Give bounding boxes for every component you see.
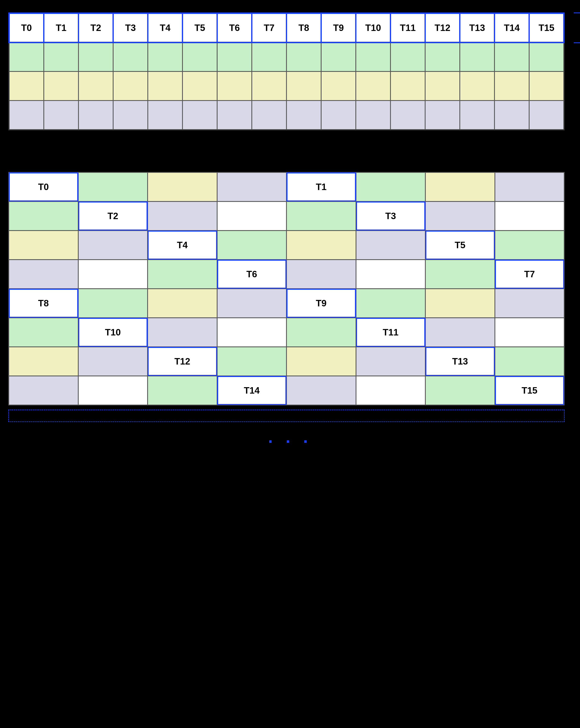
bottom-cell-r2-c3 — [217, 231, 287, 260]
top-cell-r0-c15: T15 — [529, 13, 564, 42]
top-cell-r1-c3 — [113, 42, 148, 72]
top-cell-r2-c11 — [390, 72, 425, 101]
top-cell-r3-c0 — [9, 101, 44, 130]
tile-t14: T14 — [217, 376, 287, 405]
tile-t1: T1 — [286, 173, 356, 202]
bottom-cell-r3-c2 — [147, 260, 217, 289]
top-cell-r1-c7 — [252, 42, 286, 72]
bottom-cell-r4-c2 — [147, 289, 217, 318]
bottom-cell-r4-c3 — [217, 289, 287, 318]
top-cell-r3-c7 — [252, 101, 286, 130]
top-cell-r2-c4 — [148, 72, 183, 101]
tile-t0: T0 — [9, 173, 78, 202]
top-cell-r2-c0 — [9, 72, 44, 101]
top-cell-r3-c14 — [495, 101, 529, 130]
top-diagram: T0T1T2T3T4T5T6T7T8T9T10T11T12T13T14T15 — [8, 12, 572, 130]
top-cell-r2-c8 — [286, 72, 321, 101]
top-cell-r1-c6 — [217, 42, 252, 72]
bottom-cell-r0-c3 — [217, 173, 287, 202]
top-cell-r0-c7: T7 — [252, 13, 286, 42]
tile-t5: T5 — [425, 231, 495, 260]
top-cell-r3-c2 — [79, 101, 113, 130]
bottom-cell-r7-c2 — [147, 376, 217, 405]
bottom-cell-r1-c7 — [495, 202, 564, 231]
bottom-cell-r5-c4 — [286, 318, 356, 347]
bottom-grid: T0T1T2T3T4T5T6T7T8T9T10T11T12T13T14T15 — [8, 172, 564, 406]
bottom-cell-r6-c4 — [286, 347, 356, 376]
tile-t8: T8 — [9, 289, 78, 318]
bottom-cell-r2-c7 — [495, 231, 564, 260]
bottom-cell-r6-c1 — [78, 347, 148, 376]
bottom-cell-r2-c5 — [356, 231, 425, 260]
bottom-cell-r5-c7 — [495, 318, 564, 347]
continuation-dots: · · · — [268, 432, 312, 451]
bottom-cell-r5-c6 — [425, 318, 495, 347]
bottom-cell-r6-c0 — [9, 347, 78, 376]
top-cell-r0-c0: T0 — [9, 13, 44, 42]
top-cell-r3-c5 — [183, 101, 217, 130]
top-cell-r0-c12: T12 — [425, 13, 460, 42]
tile-t11: T11 — [356, 318, 425, 347]
top-cell-r2-c15 — [529, 72, 564, 101]
bottom-cell-r0-c1 — [78, 173, 148, 202]
top-cell-r1-c10 — [356, 42, 390, 72]
bottom-cell-r5-c2 — [147, 318, 217, 347]
bottom-cell-r3-c5 — [356, 260, 425, 289]
bottom-cell-r7-c0 — [9, 376, 78, 405]
bottom-cell-r7-c1 — [78, 376, 148, 405]
top-cell-r2-c12 — [425, 72, 460, 101]
bottom-cell-r3-c6 — [425, 260, 495, 289]
bottom-diagram: T0T1T2T3T4T5T6T7T8T9T10T11T12T13T14T15 ·… — [8, 172, 572, 406]
top-cell-r0-c3: T3 — [113, 13, 148, 42]
bottom-cell-r7-c5 — [356, 376, 425, 405]
bottom-cell-r6-c5 — [356, 347, 425, 376]
bottom-cell-r2-c0 — [9, 231, 78, 260]
tile-t7: T7 — [495, 260, 564, 289]
top-cell-r0-c1: T1 — [44, 13, 79, 42]
bottom-cell-r3-c1 — [78, 260, 148, 289]
bottom-cell-r7-c6 — [425, 376, 495, 405]
bottom-cell-r1-c4 — [286, 202, 356, 231]
top-cell-r3-c3 — [113, 101, 148, 130]
bottom-cell-r6-c7 — [495, 347, 564, 376]
top-cell-r0-c11: T11 — [390, 13, 425, 42]
top-cell-r2-c3 — [113, 72, 148, 101]
top-cell-r3-c11 — [390, 101, 425, 130]
bottom-cell-r4-c5 — [356, 289, 425, 318]
top-cell-r3-c9 — [321, 101, 356, 130]
bottom-cell-r4-c1 — [78, 289, 148, 318]
tile-t12: T12 — [147, 347, 217, 376]
bottom-cell-r6-c3 — [217, 347, 287, 376]
top-cell-r0-c8: T8 — [286, 13, 321, 42]
right-bracket — [574, 12, 580, 43]
bottom-cell-r2-c4 — [286, 231, 356, 260]
bottom-cell-r4-c7 — [495, 289, 564, 318]
top-cell-r1-c5 — [183, 42, 217, 72]
bottom-cell-r5-c0 — [9, 318, 78, 347]
top-cell-r0-c13: T13 — [460, 13, 495, 42]
tile-t10: T10 — [78, 318, 148, 347]
top-cell-r2-c10 — [356, 72, 390, 101]
top-cell-r0-c10: T10 — [356, 13, 390, 42]
bottom-cell-r1-c2 — [147, 202, 217, 231]
bottom-cell-r3-c0 — [9, 260, 78, 289]
bottom-cell-r2-c1 — [78, 231, 148, 260]
bottom-cell-r1-c3 — [217, 202, 287, 231]
tile-t9: T9 — [286, 289, 356, 318]
top-cell-r2-c14 — [495, 72, 529, 101]
top-cell-r2-c13 — [460, 72, 495, 101]
top-cell-r1-c4 — [148, 42, 183, 72]
bottom-cell-r0-c6 — [425, 173, 495, 202]
top-cell-r3-c6 — [217, 101, 252, 130]
top-cell-r1-c9 — [321, 42, 356, 72]
bottom-cell-r1-c0 — [9, 202, 78, 231]
top-cell-r0-c9: T9 — [321, 13, 356, 42]
top-cell-r1-c2 — [79, 42, 113, 72]
tile-t4: T4 — [147, 231, 217, 260]
top-cell-r3-c8 — [286, 101, 321, 130]
bottom-cell-r4-c6 — [425, 289, 495, 318]
bottom-cell-r7-c4 — [286, 376, 356, 405]
top-cell-r3-c10 — [356, 101, 390, 130]
top-cell-r0-c5: T5 — [183, 13, 217, 42]
top-cell-r2-c5 — [183, 72, 217, 101]
